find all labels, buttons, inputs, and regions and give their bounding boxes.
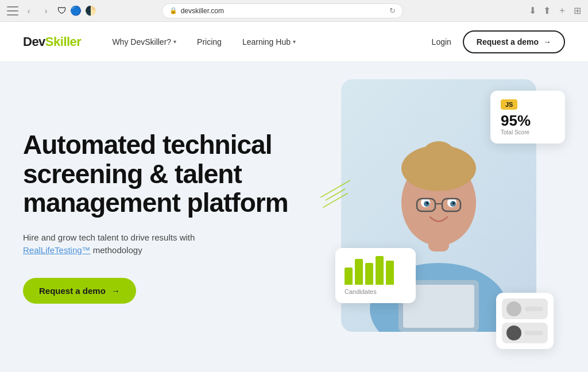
svg-point-5 xyxy=(423,141,455,166)
nav-links: Why DevSkiller? ▾ Pricing Learning Hub ▾ xyxy=(104,33,431,51)
candidates-card: Candidates xyxy=(335,248,416,303)
svg-point-10 xyxy=(426,202,428,204)
back-button[interactable]: ‹ xyxy=(22,4,36,18)
website: DevSkiller Why DevSkiller? ▾ Pricing Lea… xyxy=(0,22,588,372)
sidebar-toggle[interactable] xyxy=(7,6,18,16)
login-button[interactable]: Login xyxy=(432,37,451,46)
chevron-down-icon: ▾ xyxy=(173,38,176,45)
score-label: Total Score xyxy=(501,129,555,135)
share-icon[interactable]: ⬆ xyxy=(543,5,551,16)
chevron-down-icon-2: ▾ xyxy=(293,38,296,45)
avatar-card xyxy=(496,293,554,349)
lock-icon: 🔒 xyxy=(169,7,177,14)
avatar-name-1 xyxy=(525,307,543,311)
candidates-chart xyxy=(345,256,407,285)
bar-1 xyxy=(345,268,353,285)
hero-visual: JS 95% Total Score Candidates xyxy=(330,73,571,361)
browser-chrome: ‹ › 🛡 🔵 🌓 🔒 devskiller.com ↻ ⬇ ⬆ ＋ ⊞ xyxy=(0,0,588,22)
hero-cta-button[interactable]: Request a demo → xyxy=(23,278,136,304)
avatar-row-1 xyxy=(502,299,548,319)
logo[interactable]: DevSkiller xyxy=(23,34,81,49)
bar-4 xyxy=(376,256,384,285)
forward-button[interactable]: › xyxy=(39,4,53,18)
browser-controls: ‹ › xyxy=(7,4,53,18)
cta-arrow-icon: → xyxy=(111,286,120,296)
svg-point-11 xyxy=(452,202,455,204)
hero-subtitle: Hire and grow tech talent to drive resul… xyxy=(23,231,322,257)
score-percent: 95% xyxy=(501,113,555,128)
browser-right-icons: ⬇ ⬆ ＋ ⊞ xyxy=(529,5,581,17)
reload-icon[interactable]: ↻ xyxy=(389,6,396,15)
logo-skiller: Skiller xyxy=(45,34,82,49)
nav-right: Login Request a demo → xyxy=(432,30,565,53)
avatar-2 xyxy=(506,326,521,340)
shield-gray-icon: 🌓 xyxy=(85,5,96,16)
navbar: DevSkiller Why DevSkiller? ▾ Pricing Lea… xyxy=(0,22,588,62)
nav-pricing[interactable]: Pricing xyxy=(189,33,230,51)
address-bar[interactable]: 🔒 devskiller.com ↻ xyxy=(162,3,403,18)
bar-2 xyxy=(355,259,363,285)
decorative-lines xyxy=(318,188,353,206)
score-card: JS 95% Total Score xyxy=(490,91,565,144)
url-text: devskiller.com xyxy=(181,7,224,15)
browser-shield-icons: 🛡 🔵 🌓 xyxy=(57,5,96,16)
request-demo-button[interactable]: Request a demo → xyxy=(463,30,565,53)
grid-icon[interactable]: ⊞ xyxy=(574,5,581,16)
bar-5 xyxy=(386,261,394,285)
shield-color-icon: 🔵 xyxy=(70,5,82,16)
nav-learning-hub[interactable]: Learning Hub ▾ xyxy=(234,33,304,51)
candidates-label: Candidates xyxy=(345,288,407,295)
nav-why-devskiller[interactable]: Why DevSkiller? ▾ xyxy=(104,33,184,51)
shield-blue-icon: 🛡 xyxy=(57,6,67,16)
hero-content: Automated technical screening & talent m… xyxy=(23,130,322,304)
avatar-row-2 xyxy=(502,323,548,343)
logo-dev: Dev xyxy=(23,34,45,49)
js-badge: JS xyxy=(501,99,517,110)
avatar-name-2 xyxy=(525,331,543,335)
hero-title: Automated technical screening & talent m… xyxy=(23,130,322,218)
real-life-testing-link[interactable]: RealLifeTesting™ xyxy=(23,245,91,255)
hero-section: Automated technical screening & talent m… xyxy=(0,62,588,372)
download-icon[interactable]: ⬇ xyxy=(529,5,536,16)
avatar-1 xyxy=(506,301,521,316)
new-tab-icon[interactable]: ＋ xyxy=(558,5,567,17)
arrow-icon: → xyxy=(543,37,551,46)
bar-3 xyxy=(365,263,373,285)
